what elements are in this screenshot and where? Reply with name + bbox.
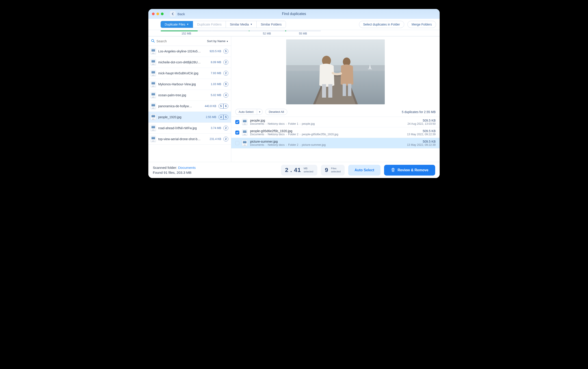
tab-similar-media[interactable]: Similar Media ▼ [226, 21, 257, 28]
zoom-window-button[interactable] [161, 12, 164, 15]
size-label: 152 MB [161, 32, 212, 35]
file-row[interactable]: ocean-palm-tree.jpg5.02 MB4 [148, 90, 231, 101]
breadcrumb-segment: Documents [250, 122, 264, 125]
detail-panel: Auto Select ▼ Deselect All 5 duplicates … [231, 37, 440, 162]
file-thumbnail-icon [151, 114, 156, 120]
file-size: 920.5 KB [207, 50, 221, 53]
found-summary: Found 91 files, 203.3 MB [153, 170, 196, 175]
count-badge: 5 [223, 49, 228, 54]
file-list[interactable]: Los-Angeles-skyline-1024x5…920.5 KB5mich… [148, 46, 231, 162]
app-window: Back Find duplicates Duplicate Files ▼ D… [148, 9, 440, 178]
count-badge: 9 [223, 82, 228, 87]
checkbox[interactable] [235, 131, 239, 134]
breadcrumb-segment: Folder 1 [288, 122, 298, 125]
auto-select-dropdown[interactable]: ▼ [257, 109, 263, 115]
close-window-button[interactable] [152, 12, 155, 15]
file-thumbnail-icon [151, 125, 156, 131]
chevron-right-icon: › [265, 123, 266, 125]
chevron-left-icon [170, 11, 176, 17]
file-row[interactable]: mick-haupt-Mv5sBKvlCkI.jpg7.93 MB2 [148, 68, 231, 79]
search-input[interactable] [157, 39, 205, 43]
duplicate-row[interactable]: picture-summer.jpgDocuments›Nektony docs… [231, 138, 440, 148]
chevron-down-icon: ▼ [226, 40, 228, 42]
checkbox[interactable] [235, 120, 239, 124]
chevron-down-icon: ▼ [187, 23, 189, 26]
file-row[interactable]: top-view-aerial-drone-shot-b…231.4 KB2 [148, 134, 231, 145]
duplicate-info: people.jpgDocuments›Nektony docs›Folder … [250, 119, 405, 125]
count-badge: 5 [223, 115, 228, 120]
size-label: 52 MB [249, 32, 285, 35]
breadcrumb-segment: Documents [250, 133, 264, 136]
chevron-right-icon: › [265, 144, 266, 146]
chevron-right-icon: › [300, 144, 301, 146]
svg-rect-8 [322, 84, 326, 98]
svg-rect-12 [348, 84, 351, 96]
count-badge: 2 [223, 60, 228, 65]
chevron-right-icon: › [265, 133, 266, 136]
badge-group: 2 [223, 71, 228, 76]
duplicate-name: picture-summer.jpg [250, 140, 404, 143]
tab-duplicate-files[interactable]: Duplicate Files ▼ [161, 21, 193, 28]
file-row[interactable]: panoramica-de-hollyw…440.8 KB56 [148, 101, 231, 112]
sort-dropdown[interactable]: Sort by Name ▼ [207, 39, 228, 43]
file-row[interactable]: micheile-dot-com-d4tBjk28U…8.09 MB2 [148, 57, 231, 68]
preview-image [286, 39, 385, 104]
file-row[interactable]: Mykonos-Harbour-View.jpg1.03 MB9 [148, 79, 231, 90]
breadcrumb-segment: picture-summer.jpg [302, 143, 326, 146]
body: Sort by Name ▼ Los-Angeles-skyline-1024x… [148, 36, 440, 162]
review-remove-button[interactable]: Review & Remove [384, 165, 435, 175]
file-row[interactable]: road-ahead-lXfNil-rWFw.jpg3.74 MB2 [148, 123, 231, 134]
auto-select-button[interactable]: Auto Select [235, 109, 257, 115]
file-size: 440.8 KB [202, 104, 216, 108]
file-name: road-ahead-lXfNil-rWFw.jpg [158, 126, 205, 130]
minimize-window-button[interactable] [157, 12, 159, 15]
preview-area [231, 37, 440, 107]
duplicate-name: people-g95d6e2f5b_1920.jpg [250, 129, 404, 133]
footer-auto-select-button[interactable]: Auto Select [348, 165, 380, 175]
breadcrumb-segment: Nektony docs [268, 122, 285, 125]
tab-similar-folders[interactable]: Similar Folders [257, 21, 285, 28]
deselect-all-button[interactable]: Deselect All [265, 109, 287, 115]
badge-group: 45 [219, 115, 228, 120]
count-badge: 5 [219, 104, 223, 109]
tab-label: Similar Media [230, 23, 249, 26]
file-row[interactable]: people_1920.jpg2.55 MB45 [148, 112, 231, 123]
file-name: micheile-dot-com-d4tBjk28U… [158, 61, 205, 64]
breadcrumb: Documents›Nektony docs›Folder 1›people.j… [250, 122, 405, 125]
count-badge: 4 [219, 115, 223, 120]
scanned-folder-link[interactable]: Documents [178, 166, 196, 170]
auto-select-split-button: Auto Select ▼ [235, 109, 263, 115]
tab-label: Similar Folders [261, 23, 282, 26]
badge-group: 9 [223, 82, 228, 87]
file-size: 3.74 MB [207, 126, 221, 130]
badge-group: 2 [223, 60, 228, 65]
file-size: 8.09 MB [207, 61, 221, 64]
breadcrumb-segment: Folder 2 [288, 143, 298, 146]
chevron-right-icon: › [286, 144, 287, 146]
duplicate-size: 509.5 KB [407, 140, 436, 143]
select-in-folder-button[interactable]: Select duplicates in Folder [359, 21, 404, 28]
scan-info: Scanned folder: Documents Found 91 files… [153, 165, 196, 175]
file-row[interactable]: Los-Angeles-skyline-1024x5…920.5 KB5 [148, 46, 231, 57]
back-button[interactable]: Back [168, 10, 187, 18]
review-remove-label: Review & Remove [398, 168, 429, 172]
badge-group: 2 [223, 137, 228, 142]
chevron-right-icon: › [286, 133, 287, 136]
file-thumbnail-icon [242, 140, 247, 146]
badge-group: 5 [223, 49, 228, 54]
badge-group: 2 [223, 126, 228, 131]
svg-rect-9 [328, 84, 332, 98]
checkbox[interactable] [235, 141, 239, 145]
duplicate-row[interactable]: people.jpgDocuments›Nektony docs›Folder … [231, 117, 440, 127]
duplicate-date: 13 May 2022, 09:22:39 [407, 143, 436, 146]
file-size: 7.93 MB [207, 72, 221, 75]
chevron-right-icon: › [286, 123, 287, 125]
duplicate-list[interactable]: people.jpgDocuments›Nektony docs›Folder … [231, 117, 440, 162]
file-thumbnail-icon [151, 70, 156, 76]
tab-duplicate-folders[interactable]: Duplicate Folders [193, 21, 226, 28]
file-size: 5.02 MB [207, 94, 221, 97]
duplicate-row[interactable]: people-g95d6e2f5b_1920.jpgDocuments›Nekt… [231, 127, 440, 138]
duplicate-date: 24 Aug 2022, 13:03:50 [407, 122, 436, 125]
merge-folders-button[interactable]: Merge Folders [407, 21, 436, 28]
badge-group: 4 [223, 93, 228, 98]
